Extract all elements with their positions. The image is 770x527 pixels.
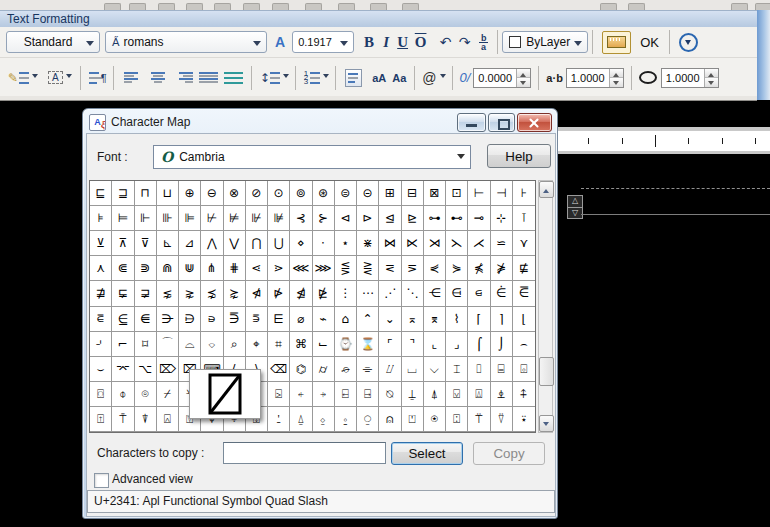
char-cell[interactable]: ⋨ [201,281,223,306]
char-cell[interactable]: ⌣ [90,357,112,382]
char-cell[interactable]: ⌾ [135,382,157,407]
char-cell[interactable]: ⋿ [268,307,290,332]
char-cell[interactable]: ⌓ [179,332,201,357]
char-cell[interactable]: ⍐ [90,407,112,432]
char-cell[interactable]: ⊦ [513,181,535,206]
char-cell[interactable]: ⌡ [491,332,513,357]
char-cell[interactable]: ⋈ [379,231,401,256]
char-cell[interactable]: ⋷ [90,307,112,332]
grid-scrollbar[interactable] [538,180,553,433]
char-cell[interactable]: ⍓ [157,407,179,432]
char-cell[interactable]: ⊒ [112,181,134,206]
annotative-icon[interactable]: A [275,34,285,50]
char-cell[interactable]: ⋵ [491,281,513,306]
spin-up-icon[interactable] [705,69,718,79]
undo-icon[interactable]: ↶ [436,34,455,50]
char-cell[interactable]: ⍆ [313,382,335,407]
char-cell[interactable]: ⊜ [335,181,357,206]
align-right-button[interactable] [174,71,193,85]
char-cell[interactable]: ⋰ [379,281,401,306]
char-cell[interactable]: ⍑ [112,407,134,432]
bold-button[interactable]: B [360,34,378,51]
text-formatting-caption[interactable]: Text Formatting [0,10,757,27]
char-cell[interactable]: ⌆ [424,307,446,332]
char-cell[interactable]: ⌘ [290,332,312,357]
char-cell[interactable]: ⌛ [357,332,379,357]
advanced-view-label[interactable]: Advanced view [112,472,193,486]
align-center-button[interactable] [149,71,168,85]
char-cell[interactable]: ⊩ [135,206,157,231]
char-cell[interactable]: ⋾ [246,307,268,332]
char-cell[interactable]: ⋆ [335,231,357,256]
char-cell[interactable]: ⌷ [468,357,490,382]
char-cell[interactable]: ⌬ [290,357,312,382]
characters-to-copy-input[interactable] [223,442,386,464]
char-cell[interactable]: ⌑ [135,332,157,357]
char-cell[interactable]: ⋻ [179,307,201,332]
char-cell[interactable]: ⌟ [446,332,468,357]
char-cell[interactable]: ⋛ [357,256,379,281]
char-cell[interactable]: ⍟ [424,407,446,432]
scroll-down-button[interactable] [539,415,554,432]
color-combo[interactable]: ByLayer [502,31,588,53]
column-height-grip[interactable]: △ ▽ [567,195,583,219]
char-cell[interactable]: ⊴ [379,206,401,231]
char-cell[interactable]: ⍡ [468,407,490,432]
char-cell[interactable]: ⌴ [402,357,424,382]
char-cell[interactable]: ⌼ [90,382,112,407]
char-cell[interactable]: ⋘ [290,256,312,281]
char-cell[interactable]: ⋃ [268,231,290,256]
help-button[interactable]: Help [487,144,551,168]
char-cell[interactable]: ⊾ [157,231,179,256]
char-cell[interactable]: ⋡ [491,256,513,281]
char-cell[interactable]: ⊘ [246,181,268,206]
char-cell[interactable]: ⋥ [135,281,157,306]
char-cell[interactable]: ⌂ [335,307,357,332]
char-cell[interactable]: ⌻ [513,357,535,382]
ok-button[interactable]: OK [640,35,659,50]
close-button[interactable] [517,113,552,132]
char-cell[interactable]: ⋧ [179,281,201,306]
char-cell[interactable]: ⋖ [246,256,268,281]
char-cell[interactable]: ⌇ [446,307,468,332]
char-cell[interactable]: ⌢ [513,332,535,357]
char-cell[interactable]: ⊰ [290,206,312,231]
underline-button[interactable]: U [394,34,411,51]
char-cell[interactable]: ⋽ [224,307,246,332]
numbering-button[interactable]: 123 [304,71,329,85]
char-cell[interactable]: ⊸ [468,206,490,231]
char-cell[interactable]: ⌀ [290,307,312,332]
char-cell[interactable]: ⌕ [224,332,246,357]
char-cell[interactable]: ⋦ [157,281,179,306]
char-cell[interactable]: ⋋ [446,231,468,256]
oblique-angle-stepper[interactable]: 0.0000 [473,68,531,88]
char-cell[interactable]: ⍋ [424,382,446,407]
char-cell[interactable]: ⋓ [179,256,201,281]
overline-button[interactable]: O [411,34,430,51]
redo-icon[interactable]: ↷ [455,34,474,50]
char-cell[interactable]: ⊹ [491,206,513,231]
char-cell[interactable]: ⋒ [157,256,179,281]
columns-button[interactable]: ✎ [8,71,38,85]
spin-up-icon[interactable] [517,69,530,79]
scrollbar-thumb[interactable] [539,357,554,386]
char-cell[interactable]: ⍎ [491,382,513,407]
char-cell[interactable]: ⊬ [201,206,223,231]
tracking-stepper[interactable]: 1.0000 [566,68,624,88]
char-cell[interactable]: ⋙ [313,256,335,281]
char-cell[interactable]: ⋬ [290,281,312,306]
char-cell[interactable]: ⋫ [268,281,290,306]
char-cell[interactable]: ⌚ [335,332,357,357]
char-cell[interactable]: ⍜ [357,407,379,432]
char-cell[interactable]: ⌉ [491,307,513,332]
spin-down-icon[interactable] [517,78,530,87]
char-cell[interactable]: ⋐ [112,256,134,281]
char-cell[interactable]: ⊝ [357,181,379,206]
char-cell[interactable]: ⍛ [335,407,357,432]
char-cell[interactable]: ⊯ [268,206,290,231]
char-cell[interactable]: ⋮ [335,281,357,306]
char-cell[interactable]: ⋔ [201,256,223,281]
char-cell[interactable]: ⌔ [201,332,223,357]
char-cell[interactable]: ⍇ [335,382,357,407]
char-cell[interactable]: ⌠ [468,332,490,357]
